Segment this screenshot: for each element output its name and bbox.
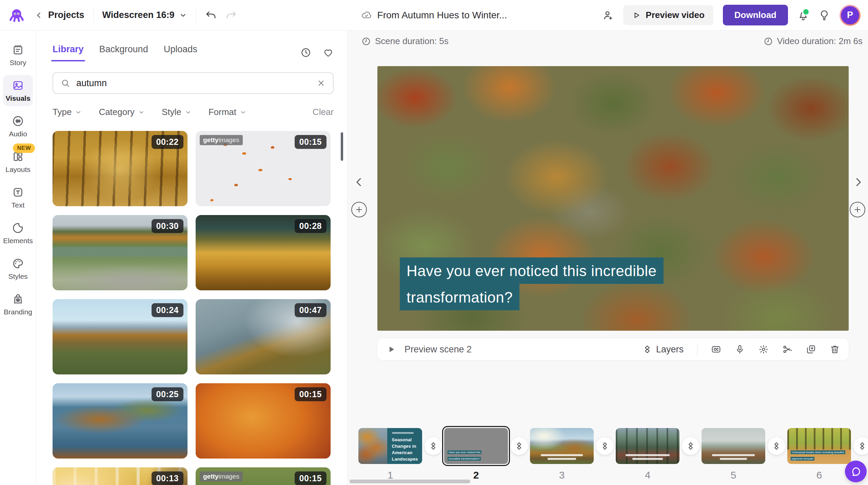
editor-canvas: Scene duration: 5s Video duration: 2m 6s… xyxy=(348,31,868,485)
clear-filters-button[interactable]: Clear xyxy=(313,107,334,117)
duration-badge: 00:15 xyxy=(295,471,327,485)
aspect-ratio-dropdown[interactable]: Widescreen 16:9 xyxy=(102,10,188,20)
tab-uploads[interactable]: Uploads xyxy=(164,44,197,61)
library-scrollbar[interactable] xyxy=(341,132,343,161)
transition-button[interactable] xyxy=(853,437,868,455)
history-clock-icon[interactable] xyxy=(300,47,311,58)
preview-video-button[interactable]: Preview video xyxy=(623,5,713,25)
media-item[interactable]: 00:25 xyxy=(53,383,188,459)
clear-search-x-icon[interactable] xyxy=(317,79,326,88)
library-tabs: Library Background Uploads xyxy=(53,44,334,61)
audio-icon xyxy=(12,115,24,127)
play-scene-button[interactable] xyxy=(386,344,396,354)
scene-4[interactable]: 4 xyxy=(616,428,679,481)
next-scene-chevron[interactable] xyxy=(852,176,865,189)
scene-6-caption: Chlorophyll breaks down revealing beauti… xyxy=(791,448,845,461)
avatar[interactable]: P xyxy=(840,5,861,26)
sidebar-item-layouts[interactable]: NEW Layouts xyxy=(3,146,33,177)
scene-5[interactable]: 5 xyxy=(702,428,765,481)
media-item[interactable]: 00:47 xyxy=(196,299,331,374)
duration-badge: 00:24 xyxy=(152,303,183,317)
filter-format[interactable]: Format xyxy=(209,107,246,117)
lightbulb-help-icon[interactable] xyxy=(818,9,830,21)
undo-button[interactable] xyxy=(205,9,217,21)
transition-icon xyxy=(686,442,695,450)
add-scene-right-button[interactable] xyxy=(850,202,865,217)
sidebar-item-elements[interactable]: Elements xyxy=(3,217,33,249)
app-logo-octopus-icon[interactable] xyxy=(7,6,26,24)
duplicate-scene-icon[interactable] xyxy=(806,344,816,354)
project-title-group: From Autumn Hues to Winter... xyxy=(361,10,507,21)
styles-icon xyxy=(12,257,24,270)
transition-button[interactable] xyxy=(425,437,442,455)
scene-3[interactable]: 3 xyxy=(530,428,594,481)
project-title[interactable]: From Autumn Hues to Winter... xyxy=(377,10,507,21)
sidebar-item-visuals[interactable]: Visuals xyxy=(3,75,33,106)
notifications-bell-icon[interactable] xyxy=(797,9,809,21)
media-item[interactable]: 00:30 xyxy=(53,215,188,290)
chevron-down-icon xyxy=(179,11,187,19)
filter-type[interactable]: Type xyxy=(53,107,82,117)
invite-user-icon[interactable] xyxy=(602,9,614,21)
download-button[interactable]: Download xyxy=(723,5,788,25)
sidebar-item-audio[interactable]: Audio xyxy=(3,111,33,142)
media-item[interactable]: 00:22 xyxy=(53,131,188,206)
layers-button[interactable]: Layers xyxy=(643,344,684,355)
topbar: Projects Widescreen 16:9 From Autumn Hue… xyxy=(0,0,868,31)
sidebar-item-branding[interactable]: Branding xyxy=(3,289,33,320)
heart-favorites-icon[interactable] xyxy=(323,47,334,58)
transition-button[interactable] xyxy=(768,437,785,455)
media-item[interactable]: 00:15 xyxy=(196,383,331,459)
scene-number: 1 xyxy=(388,469,393,481)
caption-line: Have you ever noticed this incredible xyxy=(400,257,664,284)
scene-2[interactable]: Have you ever noticed this incredible tr… xyxy=(444,428,508,481)
scene-number: 2 xyxy=(473,469,479,481)
scene-1[interactable]: Seasonal Changes in American Landscapes … xyxy=(358,428,422,481)
sidebar-item-text[interactable]: Text xyxy=(3,182,33,213)
getty-watermark: gettyimages xyxy=(200,135,243,145)
captions-cc-icon[interactable] xyxy=(711,344,721,354)
divider xyxy=(196,8,196,23)
filter-row: Type Category Style Format Clear xyxy=(53,107,334,117)
filter-style[interactable]: Style xyxy=(162,107,192,117)
previous-scene-chevron[interactable] xyxy=(353,176,366,189)
tab-background[interactable]: Background xyxy=(99,44,148,61)
chat-support-button[interactable] xyxy=(845,461,867,482)
media-item[interactable]: gettyimages 00:15 xyxy=(196,131,331,206)
scene-settings-gear-icon[interactable] xyxy=(758,344,769,354)
chevron-down-icon xyxy=(75,109,82,116)
microphone-icon[interactable] xyxy=(735,344,745,354)
media-item[interactable]: 00:24 xyxy=(53,299,188,374)
video-preview[interactable]: Have you ever noticed this incredible tr… xyxy=(377,66,849,331)
add-scene-left-button[interactable] xyxy=(351,202,367,217)
search-icon xyxy=(61,78,70,88)
transition-button[interactable] xyxy=(596,437,614,455)
redo-button[interactable] xyxy=(225,9,237,21)
timeline-scrollbar[interactable] xyxy=(350,480,470,483)
media-item[interactable]: gettyimages 00:15 xyxy=(196,467,331,485)
delete-scene-trash-icon[interactable] xyxy=(830,344,840,354)
media-item[interactable]: 00:13 xyxy=(53,467,188,485)
scene-caption[interactable]: Have you ever noticed this incredible tr… xyxy=(400,257,664,310)
transition-button[interactable] xyxy=(510,437,528,455)
tab-library[interactable]: Library xyxy=(53,44,84,61)
sidebar-item-story[interactable]: Story xyxy=(3,39,33,71)
search-input[interactable] xyxy=(76,78,311,89)
back-to-projects-button[interactable]: Projects xyxy=(35,10,84,20)
scene-timeline: Seasonal Changes in American Landscapes … xyxy=(358,428,868,481)
scene-1-image xyxy=(358,428,387,464)
filter-category[interactable]: Category xyxy=(99,107,145,117)
preview-scene-label: Preview scene 2 xyxy=(405,344,472,355)
search-box xyxy=(53,72,334,94)
media-item[interactable]: 00:28 xyxy=(196,215,331,290)
scene-6[interactable]: Chlorophyll breaks down revealing beauti… xyxy=(787,428,851,481)
transition-icon xyxy=(515,442,524,450)
sidebar-item-styles[interactable]: Styles xyxy=(3,253,33,284)
story-icon xyxy=(12,44,24,56)
divider xyxy=(697,343,697,356)
library-panel: Library Background Uploads Type Category… xyxy=(36,31,348,485)
split-scissors-icon[interactable] xyxy=(782,344,792,354)
scene-1-title: Seasonal Changes in American Landscapes xyxy=(392,437,418,462)
transition-button[interactable] xyxy=(682,437,699,455)
clock-icon xyxy=(361,37,371,46)
